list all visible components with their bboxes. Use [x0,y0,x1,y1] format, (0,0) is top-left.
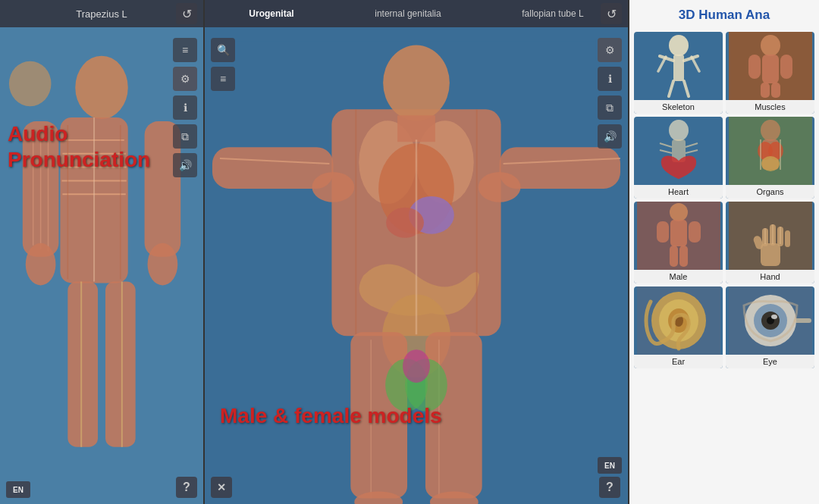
sound-button-left[interactable]: 🔊 [173,153,197,177]
mid-overlay-text: Male & female models [220,404,442,428]
search-button[interactable]: 🔍 [211,38,235,62]
svg-point-79 [761,156,780,171]
svg-rect-84 [670,220,687,246]
skeleton-label: Skeleton [634,100,723,114]
svg-point-109 [771,315,777,319]
svg-point-45 [479,172,521,202]
ear-label: Ear [634,355,723,368]
skeleton-item[interactable]: Skeleton [634,32,723,114]
mid-settings-button[interactable]: ⚙ [598,38,622,62]
mid-body-image [205,27,628,504]
svg-rect-94 [785,230,790,247]
hand-thumbnail [726,202,814,270]
mid-top-bar: Urogenital internal genitalia fallopian … [205,0,628,27]
mid-toolbar-left: 🔍 ≡ [211,38,235,91]
svg-point-52 [669,35,689,56]
svg-point-17 [148,243,178,286]
info-button[interactable]: ℹ [173,95,197,120]
svg-rect-63 [748,55,761,79]
svg-rect-34 [397,115,435,142]
heart-label: Heart [634,185,723,199]
mid-lang-button[interactable]: EN [598,457,622,474]
svg-point-16 [26,243,56,286]
hand-item[interactable]: Hand [726,202,814,283]
left-top-bar: Trapezius L [0,0,203,27]
heart-item[interactable]: Heart [634,117,723,199]
svg-point-31 [386,208,424,238]
mid-bottom-bar: ✕ EN ? [205,457,628,498]
tab-urogenital[interactable]: Urogenital [249,8,293,19]
svg-rect-65 [761,83,770,98]
mid-sound-button[interactable]: 🔊 [598,124,622,149]
left-panel-title: Trapezius L [76,8,127,20]
svg-point-83 [670,203,688,221]
male-label: Male [634,270,723,283]
organs-thumbnail [726,117,814,185]
mid-close-button[interactable]: ✕ [211,477,232,498]
mid-help-button[interactable]: ? [599,477,620,498]
svg-point-33 [383,45,450,121]
right-panel-title: 3D Human Ana [679,8,770,22]
svg-rect-87 [670,246,678,267]
muscles-item[interactable]: Muscles [726,32,814,114]
anatomy-grid: Skeleton Muscles [629,29,819,371]
svg-rect-90 [761,243,780,266]
svg-point-50 [403,349,430,383]
organs-item[interactable]: Organs [726,117,814,199]
heart-thumbnail [634,117,723,185]
tab-fallopian-tube[interactable]: fallopian tube L [522,8,583,19]
svg-point-75 [761,120,780,141]
audio-pronunciation-label: Audio Pronunciation [8,121,150,172]
layers-button[interactable]: ≡ [173,38,197,62]
svg-rect-66 [771,83,780,98]
svg-rect-62 [762,55,779,83]
svg-point-44 [312,172,354,202]
svg-rect-64 [780,55,792,79]
ear-item[interactable]: Ear [634,286,723,368]
right-panel: 3D Human Ana Skeleton [629,0,819,504]
settings-button[interactable]: ⚙ [173,67,197,91]
left-panel: Trapezius L ↺ ≡ ⚙ ℹ ⧉ 🔊 Audio Pronunciat… [0,0,205,504]
muscles-thumbnail [726,32,814,100]
svg-rect-14 [67,281,98,446]
eye-label: Eye [726,355,814,368]
hand-label: Hand [726,270,814,283]
muscles-label: Muscles [726,100,814,114]
mid-layers-button[interactable]: ≡ [211,67,235,91]
ear-thumbnail [634,286,723,355]
svg-point-1 [75,56,127,119]
svg-rect-53 [673,55,684,81]
left-bottom-bar: EN ? [0,477,203,498]
left-help-button[interactable]: ? [176,477,197,498]
svg-rect-88 [679,246,688,267]
svg-point-61 [761,35,780,56]
svg-point-68 [669,120,689,141]
male-thumbnail [634,202,723,270]
left-toolbar: ≡ ⚙ ℹ ⧉ 🔊 [173,38,197,177]
eye-item[interactable]: Eye [726,286,814,368]
organs-label: Organs [726,185,814,199]
mid-info-button[interactable]: ℹ [598,67,622,91]
tab-internal-genitalia[interactable]: internal genitalia [375,8,441,19]
right-panel-title-bar: 3D Human Ana [629,0,819,29]
eye-thumbnail [726,286,814,355]
svg-rect-85 [657,221,669,243]
mid-toolbar-right: ⚙ ℹ ⧉ 🔊 [598,38,622,149]
mid-back-button[interactable]: ↺ [601,3,622,24]
left-back-button[interactable]: ↺ [176,3,197,24]
svg-point-2 [9,61,52,107]
middle-panel: Urogenital internal genitalia fallopian … [205,0,629,504]
svg-rect-15 [105,281,136,446]
skeleton-thumbnail [634,32,723,100]
mid-puzzle-button[interactable]: ⧉ [598,95,622,120]
puzzle-button[interactable]: ⧉ [173,124,197,149]
left-lang-button[interactable]: EN [6,481,30,498]
svg-rect-86 [689,221,701,243]
male-item[interactable]: Male [634,202,723,283]
